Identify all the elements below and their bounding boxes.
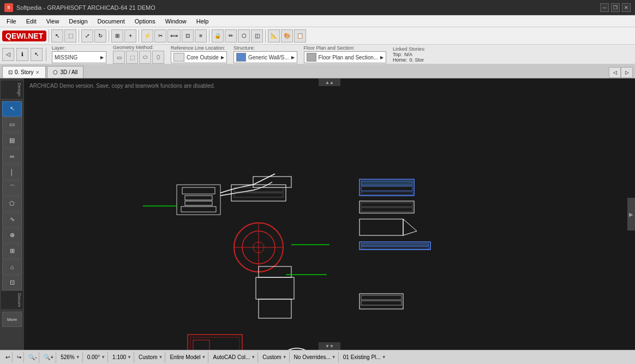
svg-rect-43	[361, 295, 402, 300]
svg-rect-20	[188, 335, 242, 350]
toolbar-btn-magic[interactable]: ⚡	[141, 29, 153, 43]
left-tool-more[interactable]: More	[2, 312, 22, 327]
left-tool-slab[interactable]: ⊞	[2, 244, 22, 259]
toolbar-btn-align[interactable]: ≡	[195, 29, 207, 43]
menu-file[interactable]: File	[2, 17, 21, 26]
tab-0story-close[interactable]: ✕	[35, 70, 40, 75]
status-zoom-level[interactable]: 526% ▼	[58, 352, 83, 363]
left-tool-fill[interactable]: ⊕	[2, 228, 22, 243]
toolbar-btn-lock[interactable]: 🔒	[212, 29, 224, 43]
toolbar-btn-rotate[interactable]: ↻	[94, 29, 106, 43]
status-overrides[interactable]: No Overrides... ▼	[292, 352, 339, 363]
menu-edit[interactable]: Edit	[22, 17, 41, 26]
layer-group: Layer: MISSING ▶	[50, 45, 109, 63]
floorplan-select[interactable]: Floor Plan and Section... ▶	[304, 51, 387, 63]
tab-forward-btn[interactable]: ▷	[621, 67, 633, 78]
status-zoom-out[interactable]: 🔍-	[26, 352, 39, 363]
layer-select[interactable]: MISSING ▶	[52, 51, 106, 63]
status-redo[interactable]: ↪	[15, 352, 24, 363]
top-label: Top:	[393, 52, 402, 57]
toolbar-btn-move[interactable]: ⤢	[81, 29, 93, 43]
toolbar-btn-arrow[interactable]: ↖	[51, 29, 63, 43]
linked-stories-group: Linked Stories: Top: N/A Home: 0. Stor	[391, 46, 428, 63]
status-existing-plan[interactable]: 01 Existing Pl... ▼	[341, 352, 388, 363]
svg-rect-44	[361, 301, 402, 305]
toolbar-btn-edit[interactable]: ✏	[225, 29, 237, 43]
geo-btn1[interactable]: ▭	[113, 51, 125, 64]
svg-rect-0	[177, 185, 220, 215]
toolbar-btn-section[interactable]: ◫	[251, 29, 263, 43]
status-scale[interactable]: 1:100 ▼	[110, 352, 134, 363]
svg-rect-16	[259, 299, 291, 318]
toolbar-btn-select[interactable]: ⬚	[64, 29, 76, 43]
toolbar-btn-render[interactable]: 🎨	[281, 29, 293, 43]
svg-point-27	[278, 348, 316, 350]
left-tool-wall[interactable]: ▭	[2, 117, 22, 132]
svg-rect-35	[360, 201, 414, 213]
autocad-value: AutoCAD Col...	[213, 354, 250, 360]
sep6	[265, 29, 266, 43]
geo-btn4[interactable]: ⬯	[152, 51, 164, 64]
left-tool-spline[interactable]: ∿	[2, 212, 22, 227]
svg-rect-3	[185, 201, 212, 205]
left-section-docum: Docum	[1, 291, 23, 309]
left-tool-poly[interactable]: ⬠	[2, 196, 22, 211]
left-tool-door[interactable]: ⊡	[2, 275, 22, 290]
status-autocad[interactable]: AutoCAD Col... ▼	[211, 352, 258, 363]
left-tool-beam[interactable]: ═	[2, 149, 22, 164]
toolbar-btn-grid[interactable]: ⊞	[111, 29, 123, 43]
canvas-area[interactable]: ARCHICAD Demo version. Save, copy and te…	[24, 78, 635, 350]
menu-design[interactable]: Design	[64, 17, 92, 26]
refline-select[interactable]: Core Outside ▶	[171, 51, 227, 63]
status-custom2[interactable]: Custom ▼	[260, 352, 289, 363]
geo-btn2[interactable]: ⬚	[126, 51, 138, 64]
menu-document[interactable]: Document	[93, 17, 129, 26]
status-zoom-in[interactable]: 🔍+	[41, 352, 56, 363]
toolbar-btn-3d[interactable]: ⬡	[238, 29, 250, 43]
left-tool-arc[interactable]: ⌒	[2, 180, 22, 196]
left-tool-line[interactable]: │	[2, 165, 22, 180]
minimize-button[interactable]: ─	[600, 3, 609, 12]
left-tool-roof[interactable]: ⌂	[2, 259, 22, 275]
left-tool-select[interactable]: ↖	[2, 101, 22, 117]
status-undo[interactable]: ↩	[3, 352, 13, 363]
toolbar-row1: QEWI.NET ↖ ⬚ ⤢ ↻ ⊞ + ⚡ ✂ ⟺ ⊡ ≡ 🔒 ✏ ⬡ ◫ 📐…	[0, 27, 635, 45]
floorplan-arrow-icon: ▶	[380, 55, 384, 60]
geo-btn3[interactable]: ⬭	[139, 51, 151, 64]
close-button[interactable]: ✕	[622, 3, 631, 12]
left-tool-column[interactable]: ▤	[2, 133, 22, 148]
svg-rect-2	[185, 196, 212, 200]
toolbar-btn-measure[interactable]: 📐	[268, 29, 280, 43]
status-bar: ↩ ↪ 🔍- 🔍+ 526% ▼ 0.00° ▼ 1:100 ▼ Custom …	[0, 350, 635, 364]
toolbar-btn-layers[interactable]: 📋	[294, 29, 306, 43]
structure-label: Structure:	[233, 45, 297, 51]
tab-0story[interactable]: ⊡ 0. Story ✕	[2, 66, 46, 78]
zoom-value: 526%	[61, 354, 75, 360]
menu-view[interactable]: View	[42, 17, 64, 26]
menu-options[interactable]: Options	[130, 17, 160, 26]
left-section-design: Design	[1, 81, 23, 99]
toolbar-btn-crop[interactable]: ⊡	[182, 29, 194, 43]
status-rotation[interactable]: 0.00° ▼	[85, 352, 108, 363]
sep2	[79, 29, 79, 43]
sep3	[109, 29, 109, 43]
refline-value: Core Outside	[187, 54, 219, 60]
tb2-btn-info[interactable]: ℹ	[16, 48, 28, 61]
tb2-btn-prev[interactable]: ◁	[2, 48, 14, 61]
svg-rect-42	[360, 294, 403, 309]
cad-drawing: GRAPHISOFT	[24, 78, 635, 350]
tab-3d[interactable]: ⬡ 3D / All	[47, 66, 83, 78]
toolbar-btn-snap[interactable]: +	[124, 29, 136, 43]
restore-button[interactable]: ❐	[611, 3, 620, 12]
status-entire-model[interactable]: Entire Model ▼	[167, 352, 208, 363]
tb2-btn-select2[interactable]: ↖	[31, 48, 43, 61]
left-toolbar: Design ↖ ▭ ▤ ═ │ ⌒ ⬠ ∿ ⊕ ⊞ ⌂ ⊡ Docum Mor…	[0, 78, 24, 350]
status-custom1[interactable]: Custom ▼	[136, 352, 165, 363]
structure-select[interactable]: Generic Wall/S... ▶	[233, 51, 297, 63]
tab-back-btn[interactable]: ◁	[609, 67, 621, 78]
right-panel-collapse[interactable]: ▶	[627, 198, 635, 230]
toolbar-btn-scissors[interactable]: ✂	[154, 29, 166, 43]
menu-help[interactable]: Help	[192, 17, 213, 26]
toolbar-btn-stretch[interactable]: ⟺	[167, 29, 181, 43]
menu-window[interactable]: Window	[161, 17, 191, 26]
